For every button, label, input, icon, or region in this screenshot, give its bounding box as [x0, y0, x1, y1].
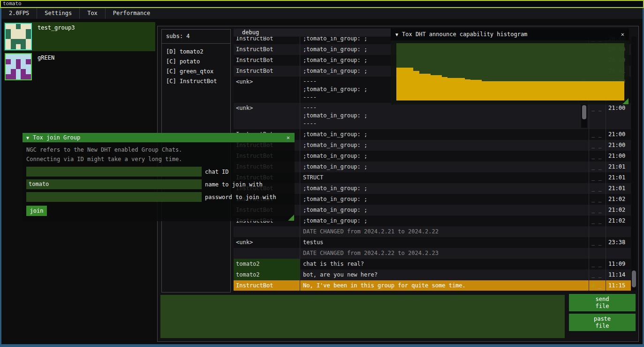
- subs-separator: [162, 43, 230, 44]
- message-scrollbar[interactable]: [581, 104, 587, 128]
- app-frame: tomato 2.0FPS Settings Tox Performance t…: [0, 0, 644, 347]
- ngc-info-line2: Connecting via ID might take a very long…: [26, 154, 291, 164]
- chat-row[interactable]: tomato2 chat is this real? _ _ 11:09: [234, 259, 631, 270]
- window-title: tomato: [3, 0, 22, 7]
- group-label: test_group3: [38, 24, 75, 31]
- chat-scrollbar-thumb[interactable]: [632, 270, 636, 287]
- dht-capability-histogram-plot: [396, 43, 624, 100]
- join-group-window: ▼Tox join Group ✕ NGC refers to the New …: [23, 133, 295, 221]
- member-tomato2[interactable]: [D] tomato2: [166, 47, 226, 57]
- read-indicator: _: [598, 282, 601, 289]
- delivered-indicator: d: [591, 282, 595, 289]
- sidebar-group-green[interactable]: gREEN: [4, 52, 155, 81]
- chat-id-input[interactable]: [26, 167, 202, 177]
- sidebar-group-test_group3[interactable]: test_group3: [4, 22, 155, 51]
- join-group-title: Tox join Group: [33, 134, 80, 141]
- resize-grip[interactable]: [288, 215, 294, 221]
- menu-performance[interactable]: Performance: [106, 8, 158, 19]
- group-avatar: [5, 53, 32, 80]
- window-border-left: [0, 8, 1, 347]
- window-border-bottom: [0, 344, 644, 347]
- message-scrollbar-thumb[interactable]: [582, 105, 586, 119]
- group-label: gREEN: [38, 54, 54, 61]
- fps-indicator: 2.0FPS: [1, 8, 37, 19]
- window-titlebar[interactable]: tomato: [0, 0, 644, 8]
- menu-tox[interactable]: Tox: [80, 8, 105, 19]
- join-password-input[interactable]: [26, 192, 202, 202]
- dht-histogram-titlebar[interactable]: ▼Tox DHT announce capability histogram ✕: [391, 28, 629, 40]
- chat-row[interactable]: <unk> testus _ _ 23:38: [234, 237, 631, 248]
- member-instructbot[interactable]: [C] InstructBot: [166, 77, 226, 86]
- join-group-titlebar[interactable]: ▼Tox join Group ✕: [23, 133, 295, 142]
- close-icon[interactable]: ✕: [621, 28, 624, 40]
- chat-id-label: chat ID: [205, 169, 229, 175]
- dht-histogram-window: ▼Tox DHT announce capability histogram ✕: [391, 28, 629, 105]
- dht-histogram-body: [391, 40, 629, 105]
- chat-row[interactable]: tomato2 bot, are you new here? _ _ 11:14: [234, 270, 631, 280]
- subs-count: subs: 4: [166, 33, 226, 39]
- chat-scrollbar[interactable]: [631, 37, 636, 291]
- chat-row-selected[interactable]: InstructBot No, I've been in this group …: [234, 280, 631, 291]
- join-button[interactable]: join: [26, 206, 47, 216]
- collapse-arrow-icon[interactable]: ▼: [395, 32, 398, 37]
- group-avatar: [5, 23, 32, 50]
- ngc-info-line1: NGC refers to the New DHT enabled Group …: [26, 145, 291, 154]
- member-potato[interactable]: [C] potato: [166, 57, 226, 67]
- chat-row-date-changed: DATE CHANGED from 2024.2.22 to 2024.2.23: [234, 248, 631, 259]
- menu-settings[interactable]: Settings: [37, 8, 79, 19]
- join-name-label: name to join with: [205, 181, 263, 188]
- message-input[interactable]: [160, 295, 565, 338]
- menu-bar: 2.0FPS Settings Tox Performance: [1, 8, 643, 19]
- join-name-input[interactable]: tomato: [26, 179, 202, 189]
- resize-grip[interactable]: [622, 98, 629, 104]
- tab-debug[interactable]: debug: [234, 29, 391, 37]
- chat-row-date-changed: DATE CHANGED from 2024.2.21 to 2024.2.22: [234, 226, 631, 237]
- join-password-label: password to join with: [205, 194, 276, 200]
- paste-file-button[interactable]: paste file: [569, 314, 636, 331]
- join-group-body: NGC refers to the New DHT enabled Group …: [23, 142, 295, 221]
- send-file-button[interactable]: send file: [569, 294, 636, 311]
- collapse-arrow-icon[interactable]: ▼: [26, 135, 29, 140]
- close-icon[interactable]: ✕: [287, 133, 290, 142]
- chat-row-multiline[interactable]: <unk> ---- ;tomato_in_group: ; ---- _ _ …: [234, 103, 631, 129]
- dht-histogram-title: Tox DHT announce capability histogram: [402, 31, 527, 38]
- member-green_qtox[interactable]: [C] green_qtox: [166, 67, 226, 77]
